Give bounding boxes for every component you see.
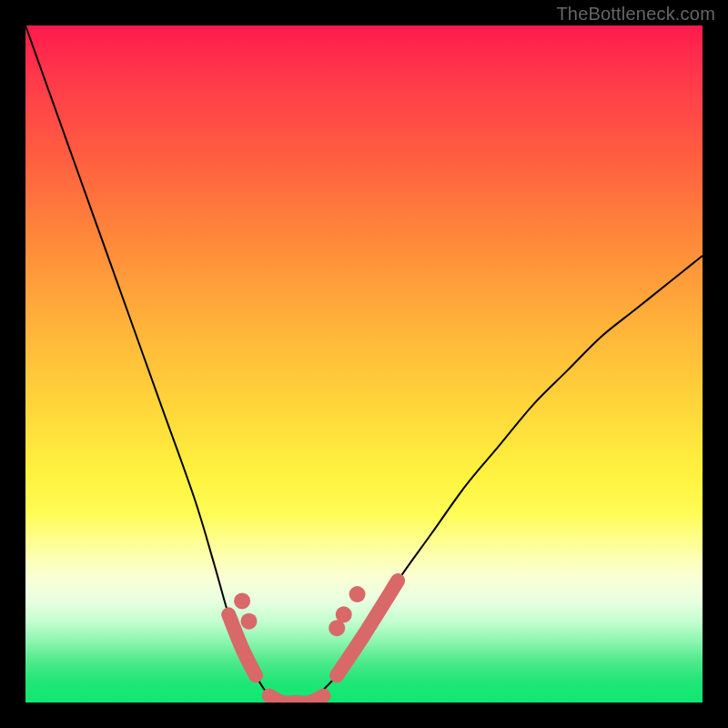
right-dot-2 bbox=[336, 606, 352, 622]
plot-area bbox=[25, 25, 703, 703]
left-dot-upper bbox=[234, 592, 250, 609]
watermark-text: TheBottleneck.com bbox=[556, 4, 715, 25]
marker-bottom-u bbox=[269, 696, 324, 703]
chart-frame: TheBottleneck.com bbox=[0, 0, 728, 728]
left-dot-lower bbox=[241, 613, 258, 630]
right-dot-3 bbox=[349, 586, 366, 602]
chart-svg bbox=[25, 25, 703, 703]
marker-dots bbox=[234, 586, 366, 636]
marker-right-segment bbox=[337, 581, 398, 675]
